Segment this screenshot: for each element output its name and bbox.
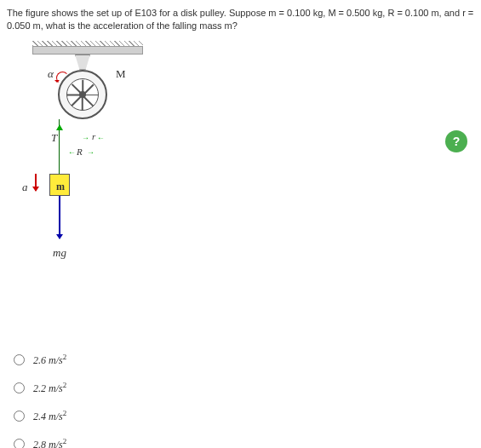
physics-figure: α M T → r ← ← R → m a mg [15,46,169,284]
option-3-label: 2.4 m/s2 [33,409,66,423]
mount [75,55,90,70]
option-2[interactable]: 2.2 m/s2 [14,381,474,395]
option-1-label: 2.6 m/s2 [33,353,66,367]
option-4-radio[interactable] [14,439,25,448]
question-text: The figure shows the set up of E103 for … [7,7,474,33]
option-3[interactable]: 2.4 m/s2 [14,409,474,423]
big-r-arrow-right: → [87,148,94,157]
label-tension: T [51,131,57,145]
ceiling [32,46,143,55]
alpha-arrow [56,72,69,84]
option-3-radio[interactable] [14,411,25,422]
option-4-label: 2.8 m/s2 [33,437,66,448]
tension-arrow [56,121,63,130]
pulley-hub [79,91,86,98]
big-r-arrow-left: ← [68,148,76,157]
label-mg: mg [53,246,66,260]
label-alpha: α [48,67,54,81]
r-arrow-right: ← [97,134,105,142]
label-a: a [22,181,28,194]
option-4[interactable]: 2.8 m/s2 [14,437,474,448]
option-1[interactable]: 2.6 m/s2 [14,353,474,367]
option-2-label: 2.2 m/s2 [33,381,66,395]
weight-arrow [59,196,60,238]
label-r: r [92,131,95,141]
acceleration-arrow [35,174,37,191]
option-1-radio[interactable] [14,354,25,365]
label-big-r: R [77,146,83,157]
r-arrow-left: → [82,134,89,142]
label-m: m [56,181,65,193]
answer-options: 2.6 m/s2 2.2 m/s2 2.4 m/s2 2.8 m/s2 [14,353,474,448]
label-big-m: M [116,67,126,81]
option-2-radio[interactable] [14,382,25,393]
help-button[interactable]: ? [445,130,467,152]
